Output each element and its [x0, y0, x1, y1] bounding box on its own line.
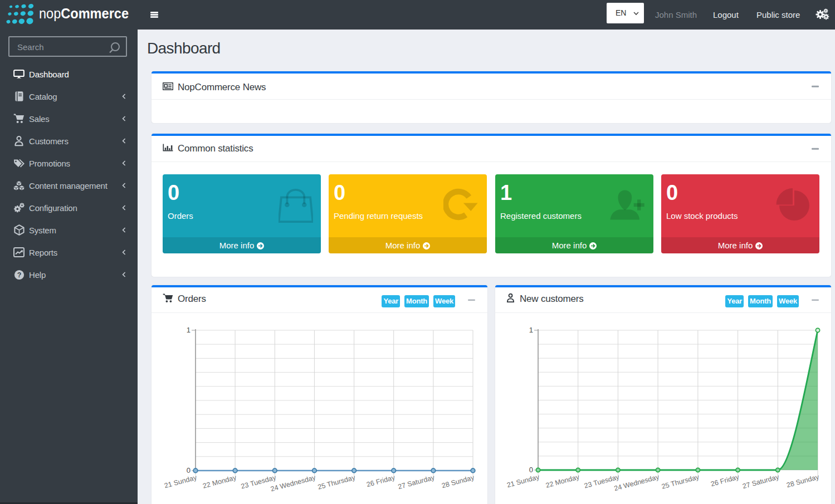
svg-text:24 Wednesday: 24 Wednesday — [270, 473, 317, 493]
svg-text:22 Monday: 22 Monday — [202, 473, 238, 490]
svg-text:1: 1 — [529, 326, 533, 334]
svg-text:28 Sunday: 28 Sunday — [785, 473, 820, 489]
svg-text:0: 0 — [187, 466, 191, 474]
svg-text:22 Monday: 22 Monday — [545, 473, 580, 490]
svg-text:26 Friday: 26 Friday — [366, 473, 397, 488]
svg-text:21 Sunday: 21 Sunday — [506, 473, 540, 489]
svg-text:?: ? — [17, 271, 21, 278]
svg-text:21 Sunday: 21 Sunday — [163, 473, 198, 490]
svg-text:0: 0 — [529, 466, 533, 474]
svg-text:27 Saturday: 27 Saturday — [741, 473, 780, 490]
svg-text:25 Thursday: 25 Thursday — [661, 473, 700, 491]
svg-text:1: 1 — [187, 326, 191, 334]
svg-text:24 Wednesday: 24 Wednesday — [613, 473, 661, 492]
svg-text:25 Thursday: 25 Thursday — [317, 473, 357, 491]
svg-text:28 Sunday: 28 Sunday — [441, 473, 475, 490]
svg-text:27 Saturday: 27 Saturday — [397, 473, 436, 491]
svg-text:26 Friday: 26 Friday — [710, 473, 740, 488]
